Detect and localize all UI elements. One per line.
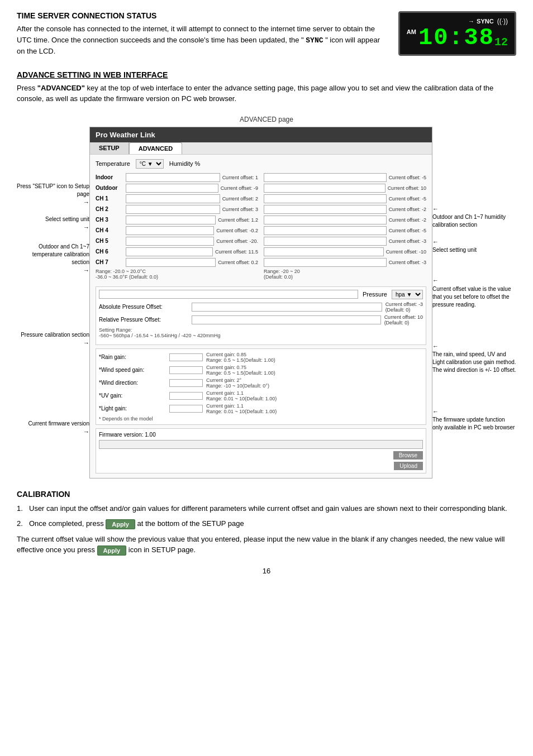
annot-offset-note-text: Current offset value is the value that y… <box>432 285 516 309</box>
annot-select-unit-text: Select setting unit <box>17 216 89 223</box>
relative-pressure-input[interactable] <box>192 315 381 324</box>
web-body: Temperature °C ▼ Humidity % Indoor Curre… <box>90 155 432 478</box>
uv-gain-input[interactable] <box>169 392 203 400</box>
wind-direction-input[interactable] <box>169 379 203 387</box>
annot-pressure-cal-text: Pressure calibration section <box>17 331 89 339</box>
cal-row-indoor-h: Current offset: -5 <box>264 173 426 182</box>
cal-row-ch6: CH 6 Current offset: 11.5 <box>96 247 258 256</box>
cal-row-ch2: CH 2 Current offset: 3 <box>96 205 258 214</box>
cal-ch2-humid-input[interactable] <box>264 205 387 214</box>
cal-row-ch5-h: Current offset: -3 <box>264 237 426 246</box>
firmware-section: Firmware version: 1.00 Browse Upload <box>96 428 426 473</box>
uv-gain-label: *UV gain: <box>99 393 166 399</box>
cal-ch2-temp-offset: Current offset: 3 <box>222 207 258 212</box>
cal-ch4-humid-input[interactable] <box>264 226 387 235</box>
cal-ch1-temp-input[interactable] <box>126 194 220 203</box>
gain-section: *Rain gain: Current gain: 0.85Range: 0.5… <box>96 348 426 425</box>
cal-row-outdoor: Outdoor Current offset: -9 <box>96 184 258 193</box>
annot-select-unit-right-text: Select setting unit <box>432 246 516 254</box>
cal-ch4-humid-offset: Current offset: -5 <box>389 228 426 233</box>
advance-title: ADVANCE SETTING IN WEB INTERFACE <box>17 70 516 79</box>
absolute-pressure-input[interactable] <box>192 303 382 312</box>
rain-gain-input[interactable] <box>169 353 203 361</box>
web-interface-box: Pro Weather Link SETUP ADVANCED Temperat… <box>89 127 432 479</box>
wind-direction-label: *Wind direction: <box>99 380 166 386</box>
relative-pressure-offset: Current offset: 10(Default: 0) <box>384 314 423 326</box>
cal-ch2-humid-offset: Current offset: -2 <box>389 207 426 212</box>
cal-row-ch7: CH 7 Current offset: 0.2 <box>96 258 258 267</box>
cal-ch2-label: CH 2 <box>96 206 123 212</box>
cal-ch7-humid-input[interactable] <box>264 258 387 267</box>
right-annotations: ← Outdoor and Ch 1~7 humidity calibratio… <box>432 127 516 441</box>
left-annotations: Press "SETUP" icon to Setup page → Selec… <box>17 127 89 446</box>
temperature-label: Temperature <box>96 160 130 167</box>
wind-speed-gain-range: Current gain: 0.75Range: 0.5 ~ 1.5(Defau… <box>206 365 275 376</box>
firmware-file-input[interactable] <box>99 440 423 449</box>
cal-item-2-text: Once completed, press Apply at the botto… <box>29 518 244 529</box>
humid-range-text: Range: -20 ~ 20(Default: 0.0) <box>264 269 426 280</box>
cal-outdoor-temp-offset: Current offset: -9 <box>221 185 258 191</box>
temp-range-text: Range: -20.0 ~ 20.0°C-36.0 ~ 36.0°F (Def… <box>96 269 258 280</box>
lcd-display: → SYNC ((·)) AM 10:38 12 <box>398 11 516 56</box>
cal-ch4-temp-input[interactable] <box>126 226 214 235</box>
calibration-title: CALIBRATION <box>17 490 516 499</box>
cal-ch7-humid-offset: Current offset: -3 <box>389 260 426 265</box>
cal-ch1-humid-input[interactable] <box>264 194 387 203</box>
cal-ch5-temp-input[interactable] <box>126 237 214 246</box>
cal-ch6-humid-input[interactable] <box>264 247 384 256</box>
lcd-top-bar: → SYNC ((·)) <box>407 17 508 25</box>
cal-outdoor-temp-input[interactable] <box>126 184 218 193</box>
page-number: 16 <box>17 567 516 575</box>
diagram-wrapper: Press "SETUP" icon to Setup page → Selec… <box>17 127 516 479</box>
cal-ch7-temp-input[interactable] <box>126 258 216 267</box>
setup-nav-btn[interactable]: SETUP <box>90 142 129 154</box>
cal-ch3-humid-input[interactable] <box>264 216 387 224</box>
cal-indoor-humid-input[interactable] <box>264 173 387 182</box>
cal-ch3-temp-offset: Current offset: 1.2 <box>218 217 258 223</box>
pressure-section-toggle[interactable] <box>99 290 358 299</box>
cal-ch7-label: CH 7 <box>96 259 123 265</box>
light-gain-input[interactable] <box>169 405 203 413</box>
temperature-unit-select[interactable]: °C ▼ <box>136 159 164 169</box>
light-gain-row: *Light gain: Current gain: 1.1Range: 0.0… <box>99 403 423 414</box>
relative-pressure-row: Relative Pressure Offset: Current offset… <box>99 314 423 326</box>
apply-button-2[interactable]: Apply <box>97 546 127 556</box>
annot-select-unit: Select setting unit → <box>17 216 89 232</box>
cal-ch6-temp-input[interactable] <box>126 247 213 256</box>
annot-offset-note: ← Current offset value is the value that… <box>432 276 516 308</box>
cal-item-1-text: User can input the offset and/or gain va… <box>29 503 507 514</box>
rain-gain-range: Current gain: 0.85Range: 0.5 ~ 1.5(Defau… <box>206 352 275 363</box>
cal-ch5-label: CH 5 <box>96 238 123 244</box>
cal-ch6-humid-offset: Current offset: -10 <box>386 249 426 255</box>
time-server-title: TIME SERVER CONNECTION STATUS <box>17 11 387 20</box>
advanced-nav-btn[interactable]: ADVANCED <box>129 142 183 154</box>
cal-ch3-temp-input[interactable] <box>126 216 216 224</box>
cal-ch4-label: CH 4 <box>96 227 123 233</box>
pressure-range-text: Setting Range:-560~ 560hpa / -16.54 ~ 16… <box>99 327 423 338</box>
annot-setup-page: Press "SETUP" icon to Setup page → <box>17 183 89 207</box>
annot-gain-note: ← The rain, wind speed, UV and Light cal… <box>432 342 516 374</box>
cal-ch2-temp-input[interactable] <box>126 205 220 214</box>
annot-outdoor-humid-text: Outdoor and Ch 1~7 humidity calibration … <box>432 213 516 229</box>
cal-ch6-temp-offset: Current offset: 11.5 <box>215 249 258 255</box>
calibration-section: CALIBRATION 1. User can input the offset… <box>17 490 516 556</box>
lcd-time-display: 10:38 <box>418 26 494 50</box>
calibration-grid: Indoor Current offset: 1 Outdoor Current… <box>96 173 426 283</box>
cal-indoor-temp-input[interactable] <box>126 173 220 182</box>
wind-speed-gain-row: *Wind speed gain: Current gain: 0.75Rang… <box>99 365 423 376</box>
cal-ch5-humid-input[interactable] <box>264 237 387 246</box>
light-gain-range: Current gain: 1.1Range: 0.01 ~ 10(Defaul… <box>206 403 277 414</box>
cal-list-item-1: 1. User can input the offset and/or gain… <box>17 503 516 514</box>
wind-speed-gain-input[interactable] <box>169 366 203 374</box>
apply-button-1[interactable]: Apply <box>106 519 135 529</box>
time-server-section: TIME SERVER CONNECTION STATUS After the … <box>17 11 516 57</box>
advance-body: Press "ADVANCED" key at the top of web i… <box>17 83 516 104</box>
cal-item-2-num: 2. <box>17 518 26 529</box>
browse-button[interactable]: Browse <box>393 451 423 460</box>
pressure-unit-select[interactable]: hpa ▼ <box>392 290 423 299</box>
upload-button[interactable]: Upload <box>394 462 423 470</box>
annot-outdoor-temp: Outdoor and Ch 1~7 temperature calibrati… <box>17 243 89 275</box>
cal-indoor-label: Indoor <box>96 174 123 180</box>
cal-outdoor-humid-input[interactable] <box>264 184 386 193</box>
calibration-paragraph: The current offset value will show the p… <box>17 534 516 556</box>
